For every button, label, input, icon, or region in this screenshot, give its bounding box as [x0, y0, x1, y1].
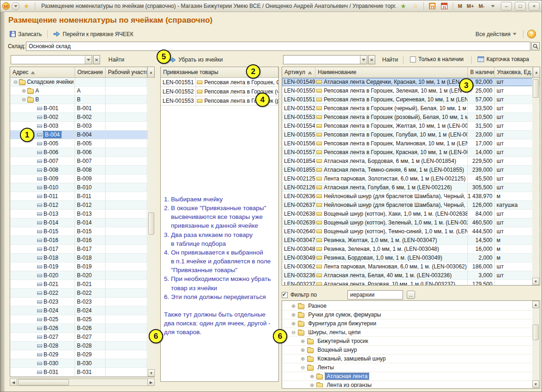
expand-plus-icon[interactable]: ⊕	[301, 356, 305, 361]
categories-vscrollbar-thumb[interactable]	[533, 324, 539, 340]
goods-row[interactable]: LEN-001552Репсовая лента в Горошек (черн…	[282, 104, 540, 113]
expand-plus-icon[interactable]: ⊕	[301, 339, 305, 344]
cells-hscrollbar-thumb[interactable]	[18, 379, 69, 386]
goods-row[interactable]: LEN-001557Репсовая лента в Горошек, Крас…	[282, 148, 540, 157]
scroll-up-button[interactable]: ▲	[147, 67, 154, 77]
collapse-minus-icon[interactable]: ⊖	[301, 365, 305, 370]
goods-find-button[interactable]: Найти	[382, 56, 398, 63]
category-row[interactable]: ⊕Атласная лента	[282, 372, 540, 381]
goods-vscrollbar-thumb[interactable]	[533, 79, 539, 98]
category-row[interactable]: ⊕Разное	[282, 302, 540, 311]
cell-tree-row[interactable]: B-023B-023	[10, 298, 154, 306]
category-row[interactable]: ⊕Ручки для сумок, фермуары	[282, 311, 540, 319]
goods-row[interactable]: LEN-001554Репсовая лента в Горошек, Желт…	[282, 122, 540, 131]
cell-tree-row[interactable]: B-019B-019	[10, 262, 154, 271]
cell-tree-row[interactable]: B-013B-013	[10, 210, 154, 218]
column-header-sku[interactable]: Артикул	[282, 67, 315, 77]
memory-plus-button[interactable]: M+	[466, 3, 476, 9]
column-header-description[interactable]: Описание	[75, 67, 106, 77]
cell-tree-row[interactable]: B-015B-015	[10, 227, 154, 236]
expand-plus-icon[interactable]: ⊕	[291, 312, 296, 317]
goods-row[interactable]: LEN-003048Резинка, Зеленая, 1,0 мм, 1 м.…	[282, 245, 540, 254]
cell-tree-row[interactable]: B-014B-014	[10, 218, 154, 227]
goods-row[interactable]: LEN-003236Атласная лента, Белая, 40 мм, …	[282, 271, 540, 280]
close-button[interactable]: ×	[529, 2, 540, 11]
expand-plus-icon[interactable]: ⊕	[301, 348, 305, 353]
goods-row[interactable]: LEN-003237Атласная лента, Розовая, 10 мм…	[282, 280, 540, 286]
goods-row[interactable]: LEN-002126Атласная лента, Голубая, 6 мм,…	[282, 183, 540, 192]
add-favorite-button[interactable]: ☆	[410, 2, 420, 11]
cell-tree-row[interactable]: B-029B-029	[10, 350, 154, 359]
help-button[interactable]: ?	[527, 30, 536, 38]
scroll-down-button[interactable]: ▼	[532, 380, 539, 388]
only-in-stock-checkbox[interactable]	[410, 56, 416, 62]
maximize-button[interactable]: □	[515, 2, 526, 11]
favorites-star-button[interactable]: ★	[21, 2, 32, 11]
column-header-address[interactable]: Адрес	[10, 67, 75, 77]
filter-mode-input[interactable]: иерархии	[347, 290, 403, 299]
goods-row[interactable]: LEN-002638Вощеный шнур (коттон), Хаки, 1…	[282, 210, 540, 218]
all-actions-button[interactable]: Все действия	[473, 30, 519, 39]
collapse-minus-icon[interactable]: ⊖	[291, 330, 296, 335]
goods-row[interactable]: LEN-001553Репсовая лента в Горошек (розо…	[282, 113, 540, 122]
cell-tree-row[interactable]: B-008B-008	[10, 166, 154, 174]
scroll-up-button[interactable]: ▲	[532, 301, 539, 308]
goods-row[interactable]: LEN-003049Резинка, Бордовая, 1,0 мм, 1 м…	[282, 254, 540, 262]
cells-find-button[interactable]: Найти	[108, 56, 124, 63]
goods-row[interactable]: LEN-002125Лента парчовая, Золотистая, 6,…	[282, 174, 540, 183]
scroll-left-button[interactable]: ◀	[10, 379, 17, 386]
expand-plus-icon[interactable]: ⊕	[291, 304, 296, 309]
cell-tree-row[interactable]: ⊖BB	[10, 95, 154, 104]
linked-goods-row[interactable]: LEN-001551Репсовая лента в Горошек, Сире…	[161, 78, 278, 87]
cells-search-input[interactable]	[11, 55, 92, 64]
expand-plus-icon[interactable]: ⊕	[291, 321, 296, 326]
column-header-workarea[interactable]: Рабочий участок	[106, 67, 147, 77]
warehouse-lookup-button[interactable]	[531, 42, 540, 50]
cell-tree-row[interactable]: B-026B-026	[10, 324, 154, 333]
minimize-button[interactable]: –	[501, 2, 512, 11]
goods-row[interactable]: LEN-001556Репсовая лента в Горошек, Мали…	[282, 139, 540, 148]
cell-tree-row[interactable]: B-005B-005	[10, 139, 154, 148]
goods-row[interactable]: LEN-002637Нейлоновый шнур (для браслетов…	[282, 201, 540, 210]
cell-tree-row[interactable]: B-007B-007	[10, 157, 154, 166]
goods-vscrollbar[interactable]	[532, 78, 539, 285]
remove-from-cell-button[interactable]: Убрать из ячейки	[166, 55, 226, 64]
expand-plus-icon[interactable]: ⊕	[22, 88, 26, 93]
cell-tree-row[interactable]: B-027B-027	[10, 333, 154, 342]
cells-vscrollbar-thumb[interactable]	[148, 212, 154, 235]
category-row[interactable]: ⊕Бижутерный тросик	[282, 337, 540, 346]
cell-tree-row[interactable]: B-028B-028	[10, 342, 154, 350]
cell-tree-row[interactable]: B-022B-022	[10, 289, 154, 298]
goods-row[interactable]: LEN-003062Лента парчовая, Малиновая, 6,0…	[282, 262, 540, 271]
cell-tree-row[interactable]: B-020B-020	[10, 271, 154, 280]
collapse-minus-icon[interactable]: ⊖	[22, 97, 26, 102]
more-button[interactable]	[488, 2, 498, 11]
expand-plus-icon[interactable]: ⊕	[310, 374, 314, 379]
goods-row[interactable]: LEN-001854Атласная лента, Бордовая, 6 мм…	[282, 157, 540, 166]
cell-tree-row[interactable]: B-016B-016	[10, 236, 154, 245]
goods-row[interactable]: LEN-003047Резинка, Желтая, 1,0 мм, 1 м. …	[282, 236, 540, 245]
filter-checkbox[interactable]	[282, 292, 288, 298]
cell-tree-row[interactable]: B-009B-009	[10, 174, 154, 183]
category-row[interactable]: ⊕Кожаный, замшевый шнур	[282, 355, 540, 363]
history-button[interactable]: ★	[398, 2, 408, 11]
column-header-name[interactable]: Наименование	[315, 67, 468, 77]
category-row[interactable]: ⊖Ленты	[282, 363, 540, 372]
goods-row[interactable]: LEN-002639Вощеный шнур (коттон), Зеленый…	[282, 218, 540, 227]
cell-tree-row[interactable]: B-006B-006	[10, 148, 154, 157]
cell-tree-row[interactable]: B-017B-017	[10, 245, 154, 254]
cell-tree-row[interactable]: ⊕AA	[10, 87, 154, 95]
goods-row[interactable]: LEN-001855Атласная лента, Темно-синяя, 6…	[282, 166, 540, 174]
goods-row[interactable]: LEN-002640Вощеный шнур (коттон), Темно-с…	[282, 227, 540, 236]
category-row[interactable]: ⊕Фурнитура для бижутерии	[282, 319, 540, 328]
scroll-up-button[interactable]: ▲	[533, 67, 540, 77]
cells-search-clear-button[interactable]: ✕	[93, 55, 100, 64]
cell-tree-row[interactable]: B-024B-024	[10, 306, 154, 315]
filter-more-button[interactable]: ...	[407, 291, 415, 299]
goods-search-clear-button[interactable]: ✕	[368, 55, 375, 64]
cell-tree-row[interactable]: B-001B-001	[10, 104, 154, 113]
goods-row[interactable]: LEN-001550Репсовая лента в Горошек, Зеле…	[282, 87, 540, 95]
cells-search-dropdown-button[interactable]	[85, 56, 92, 64]
category-row[interactable]: ⊕Вощеный шнур	[282, 346, 540, 355]
cell-tree-row[interactable]: B-012B-012	[10, 201, 154, 210]
